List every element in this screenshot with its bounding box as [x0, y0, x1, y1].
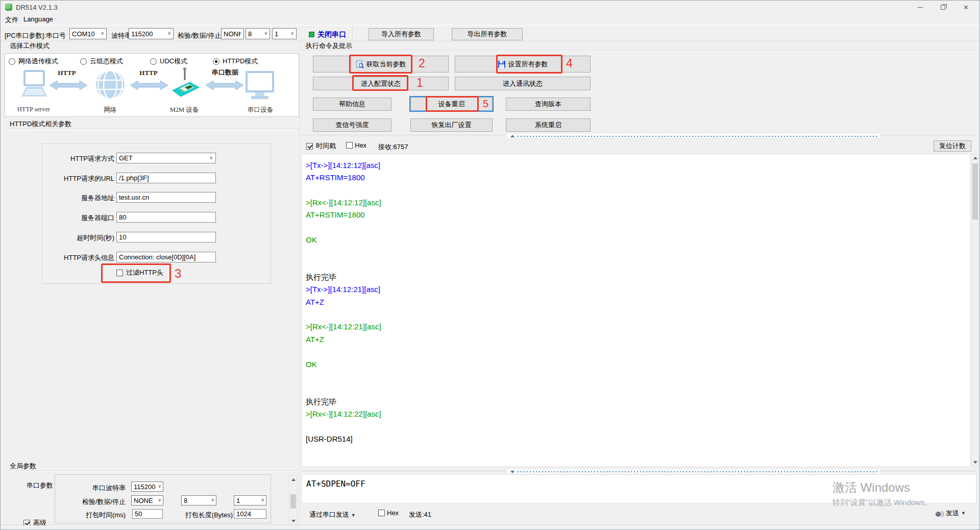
pack-length-input[interactable]: 1024 — [234, 509, 266, 519]
log-lines: >[Tx->][14:12:12][asc]AT+RSTIM=1800 >[Rx… — [306, 159, 381, 445]
double-arrow-icon — [49, 79, 88, 91]
monitor-icon — [245, 71, 275, 101]
annotation-number-2: 2 — [419, 57, 425, 70]
enter-comm-state-button[interactable]: 进入通讯状态 — [455, 77, 591, 90]
recv-hex-label: Hex — [355, 141, 366, 149]
collapse-down-icon[interactable] — [510, 471, 514, 473]
log-line — [306, 222, 381, 234]
log-splitter-top[interactable] — [302, 133, 976, 139]
enter-comm-slot: 进入通讯状态 — [455, 77, 591, 90]
double-arrow-icon — [205, 79, 244, 91]
timestamp-option[interactable]: 时间戳 — [306, 141, 336, 151]
help-info-button[interactable]: 帮助信息 — [313, 98, 391, 111]
send-hex-checkbox[interactable] — [378, 510, 385, 516]
g-baud-label: 串口波特率 — [77, 484, 126, 493]
pack-time-label: 打包时间(ms) — [82, 511, 126, 520]
g-parity-select[interactable]: NONE∨ — [131, 495, 163, 505]
baud-select[interactable]: 115200∨ — [129, 28, 174, 39]
menu-file[interactable]: 文件 — [5, 15, 18, 25]
field-input-4[interactable]: 10 — [116, 232, 216, 243]
recv-hex-checkbox[interactable] — [346, 142, 353, 149]
field-label-5: HTTP请求头信息 — [31, 253, 114, 262]
g-stopbits-select[interactable]: 1∨ — [234, 495, 266, 505]
field-input-3[interactable]: 80 — [116, 212, 216, 223]
query-signal-button[interactable]: 查信号强度 — [313, 118, 391, 132]
chevron-down-icon: ∨ — [261, 497, 264, 502]
panel-divider — [300, 41, 301, 525]
import-params-button[interactable]: 导入所有参数 — [369, 28, 434, 40]
send-via-serial-dropdown[interactable]: 通过串口发送 ▼ — [309, 510, 356, 519]
pack-time-input[interactable]: 50 — [132, 509, 163, 519]
menu-language[interactable]: Language — [23, 15, 53, 23]
get-current-params-button[interactable]: 获取当前参数 — [313, 56, 449, 73]
minimize-icon — [918, 7, 923, 8]
set-all-params-slot: 设置所有参数 4 — [455, 56, 591, 73]
close-port-button[interactable]: 关闭串口 — [317, 30, 346, 39]
minimize-button[interactable] — [909, 1, 932, 14]
export-params-button[interactable]: 导出所有参数 — [452, 28, 523, 40]
field-input-5[interactable]: Connection: close[0D][0A] — [116, 252, 216, 262]
log-line: >[Rx<-][14:12:21][asc] — [306, 321, 381, 333]
laptop-icon — [19, 70, 49, 103]
advanced-label: 高级 — [33, 518, 46, 527]
watermark-line2: 转到"设置"以激活 Windows。 — [832, 498, 933, 508]
log-line: >[Rx<-][14:12:12][asc] — [306, 197, 381, 209]
scroll-up-icon[interactable] — [291, 478, 296, 481]
query-version-button[interactable]: 查询版本 — [506, 98, 591, 111]
field-input-0[interactable]: GET∨ — [116, 153, 216, 163]
stopbits-select[interactable]: 1∨ — [272, 28, 297, 39]
titlebar: DR514 V2.1.3 ✕ — [1, 1, 979, 14]
global-scrollbar[interactable] — [289, 475, 297, 525]
field-label-0: HTTP请求方式 — [31, 154, 114, 163]
g-databits-select[interactable]: 8∨ — [181, 495, 216, 505]
system-restart-button[interactable]: 系统重启 — [506, 118, 591, 132]
close-icon: ✕ — [963, 4, 969, 11]
send-hex-option[interactable]: Hex — [378, 509, 399, 517]
enter-config-state-button[interactable]: 进入配置状态 — [313, 77, 449, 90]
device-restart-button[interactable]: 设备重启 — [410, 97, 493, 111]
splitter-handle[interactable] — [506, 133, 881, 139]
field-input-2[interactable]: test.usr.cn — [116, 192, 216, 203]
collapse-up-icon[interactable] — [510, 135, 514, 137]
log-area[interactable]: >[Tx->][14:12:12][asc]AT+RSTIM=1800 >[Rx… — [302, 154, 971, 467]
scrollbar-thumb[interactable] — [972, 163, 978, 220]
factory-reset-button[interactable]: 恢复出厂设置 — [410, 118, 493, 132]
menubar: 文件 Language — [1, 14, 979, 25]
save-icon — [498, 60, 506, 68]
mode-box: 网络透传模式云组态模式UDC模式HTTPD模式 HTTP server HTTP — [5, 53, 299, 117]
timestamp-checkbox[interactable] — [306, 143, 313, 150]
reset-count-button[interactable]: 复位计数 — [934, 140, 971, 152]
field-label-4: 超时时间(秒) — [31, 233, 114, 243]
splitter-handle[interactable] — [506, 468, 881, 474]
m2m-device-icon — [169, 67, 201, 102]
recv-hex-option[interactable]: Hex — [346, 141, 366, 149]
log-scrollbar[interactable] — [971, 154, 979, 467]
command-section-header: 执行命令及提示 — [302, 41, 976, 51]
scroll-down-icon[interactable] — [973, 461, 977, 464]
scrollbar-thumb[interactable] — [290, 494, 296, 509]
get-current-params-slot: 获取当前参数 2 — [313, 56, 449, 73]
databits-select[interactable]: 8∨ — [246, 28, 270, 39]
log-line: [USR-DR514] — [306, 433, 381, 445]
chevron-down-icon: ∨ — [158, 497, 161, 502]
annotation-number-3: 3 — [175, 267, 181, 281]
com-port-select[interactable]: COM10∨ — [69, 28, 107, 39]
windows-activation-watermark: 激活 Windows 转到"设置"以激活 Windows。 — [832, 479, 933, 508]
restore-button[interactable] — [932, 1, 954, 14]
send-input-value[interactable]: AT+SDPEN=OFF — [306, 479, 365, 489]
advanced-option[interactable]: 高级 — [23, 518, 46, 527]
close-button[interactable]: ✕ — [954, 1, 977, 14]
mode-diagram: HTTP server HTTP 网络 HTTP — [5, 54, 300, 117]
device-restart-slot: 设备重启 5 — [410, 97, 493, 111]
send-button[interactable]: 发送 ▼ — [935, 509, 966, 518]
g-baud-select[interactable]: 115200∨ — [131, 481, 163, 492]
log-line: OK — [306, 234, 381, 246]
scroll-up-icon[interactable] — [973, 157, 977, 159]
node-label-m2m: M2M 设备 — [166, 106, 202, 114]
globe-icon — [95, 70, 125, 100]
parity-select[interactable]: NONI∨ — [221, 28, 244, 39]
scroll-down-icon[interactable] — [291, 520, 296, 522]
log-splitter-bottom[interactable] — [302, 468, 976, 474]
restore-icon — [941, 5, 945, 10]
field-input-1[interactable]: /1.php[3F] — [116, 173, 216, 183]
